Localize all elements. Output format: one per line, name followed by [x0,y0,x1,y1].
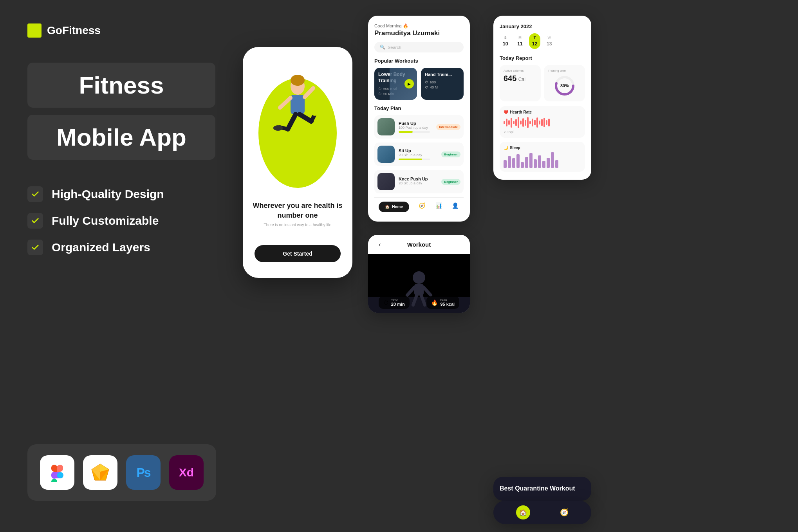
hero-line2: Mobile App [43,123,200,151]
feature-label-customizable: Fully Customizable [52,214,159,227]
svg-rect-8 [57,465,63,472]
calories-label: Active calories [504,69,537,72]
hero-badge-mobileapp: Mobile App [27,115,215,160]
cal-day-num-2: 12 [532,41,537,47]
workout-card-hand-train[interactable]: Hand Traini... ⏱600 ⏱40 M [421,68,464,100]
hero-line1: Fitness [43,71,200,99]
calories-value: 645 Cal [504,74,537,83]
svg-text:80%: 80% [560,83,569,88]
exercise-thumb-pushup [377,118,395,135]
heart-rate-value: 79 Bpl [504,130,581,134]
cal-day-1[interactable]: M 11 [514,33,525,49]
photoshop-icon: Ps [126,455,161,490]
time-value: 20 min [391,302,405,307]
best-quarantine-screen: Best Quarantine Workout [493,477,591,501]
sleep-card: 🌙 Sleep [500,142,585,172]
report-cards: Active calories 645 Cal Training time 80… [500,65,585,101]
workout-cards: Lower Body Training ⏱500 Kcal ⏱50 Min ▶ … [374,68,464,100]
check-icon-customizable [27,213,43,229]
nav-home-label: Home [392,205,403,209]
phone-inner: Wherever you are health is number one Th… [243,47,352,278]
popular-workouts-title: Popular Workouts [374,58,464,64]
logo-icon [27,23,42,38]
phone-text: Wherever you are health is number one Th… [243,201,352,227]
training-time-card: Training time 80% [544,65,585,101]
workout-header: ‹ Workout [368,235,470,254]
exercise-name-situp: Sit Up [399,148,437,153]
nav-explore-icon: 🧭 [418,202,426,209]
svg-rect-20 [291,95,305,114]
calendar-days: S 10 M 11 T 12 W 13 [500,33,585,49]
workout-name-2: Hand Traini... [425,72,460,77]
nav-home[interactable]: 🏠 Home [379,202,409,212]
heart-rate-wave [504,117,581,128]
training-time-label: Training time [548,69,581,72]
today-plan-section: Today Plan Push Up 100 Push up a day Int… [374,105,464,193]
svg-line-25 [300,114,311,121]
user-name: Pramuditya Uzumaki [374,29,464,37]
nav-profile[interactable]: 👤 [451,202,459,212]
stats-nav-explore[interactable]: 🧭 [560,508,569,517]
get-started-button[interactable]: Get Started [255,245,341,262]
check-icon-quality [27,186,43,202]
progress-fill-pushup [399,131,413,133]
search-icon: 🔍 [380,45,385,50]
nav-explore[interactable]: 🧭 [418,202,426,212]
bottom-nav: 🏠 Home 🧭 📊 👤 [374,197,464,214]
logo-area: GoFitness [27,23,101,38]
phone-subtitle: There is no instant way to a healthy lif… [251,223,345,227]
workout-screen-title: Workout [407,241,431,248]
play-button-1[interactable]: ▶ [404,79,414,88]
search-bar[interactable]: 🔍 Search [374,42,464,52]
cal-day-0[interactable]: S 10 [500,33,511,49]
exercise-sub-pushup: 100 Push up a day [399,126,432,130]
cal-day-num-1: 11 [517,41,522,47]
phone-tagline: Wherever you are health is number one [251,201,345,220]
exercise-info-pushup: Push Up 100 Push up a day [399,121,432,133]
best-quarantine-title: Best Quarantine Workout [500,485,585,493]
athlete-image [251,55,345,180]
burn-label: Burn [440,298,455,302]
cal-day-2[interactable]: T 12 [529,33,540,49]
difficulty-pushup: Intermediate [436,124,460,130]
workout-image: ⏱ Time 20 min 🔥 Burn 95 kcal [368,254,470,313]
tools-area: Ps Xd [27,444,216,501]
svg-point-10 [57,472,63,478]
exercise-item-pushup[interactable]: Push Up 100 Push up a day Intermediate [374,115,464,139]
exercise-item-situp[interactable]: Sit Up 20 Sit up a day Beginner [374,142,464,166]
exercise-thumb-situp [377,146,395,163]
stat-kcal-2: ⏱600 [425,80,460,84]
check-icon-layers [27,240,43,255]
greeting-text: Good Morning 🔥 [374,23,464,29]
burn-value: 95 kcal [440,302,455,307]
difficulty-situp: Beginner [441,151,460,157]
cal-day-name-0: S [504,36,507,40]
exercise-name-pushup: Push Up [399,121,432,126]
feature-quality: High-Quality Design [27,186,215,202]
svg-line-23 [288,114,296,129]
exercise-item-kneepushup[interactable]: Knee Push Up 20 Sit up a day Beginner [374,170,464,193]
exercise-sub-situp: 20 Sit up a day [399,153,437,157]
cal-day-3[interactable]: W 13 [543,33,555,49]
stats-screen: January 2022 S 10 M 11 T 12 W 13 Today R… [493,16,591,180]
stats-nav-home[interactable]: 🏠 [516,505,530,519]
exercise-info-kneepushup: Knee Push Up 20 Sit up a day [399,177,437,187]
workout-overlay-stats: ⏱ Time 20 min 🔥 Burn 95 kcal [372,296,466,309]
ps-label: Ps [136,465,150,480]
nav-stats[interactable]: 📊 [435,202,442,212]
figma-icon [40,455,74,490]
svg-point-19 [291,75,305,86]
back-button[interactable]: ‹ [374,239,385,250]
exercise-info-situp: Sit Up 20 Sit up a day [399,148,437,160]
feature-customizable: Fully Customizable [27,213,215,229]
feature-layers: Organized Layers [27,240,215,255]
workout-stats-2: ⏱600 ⏱40 M [425,80,460,89]
feature-label-layers: Organized Layers [52,241,150,254]
nav-profile-icon: 👤 [451,202,459,209]
workout-card-lower-body[interactable]: Lower Body Training ⏱500 Kcal ⏱50 Min ▶ [374,68,417,100]
sketch-icon [83,455,117,490]
svg-line-21 [280,98,291,108]
xd-icon: Xd [169,455,204,490]
progress-bar-pushup [399,131,430,133]
svg-point-27 [273,125,283,131]
